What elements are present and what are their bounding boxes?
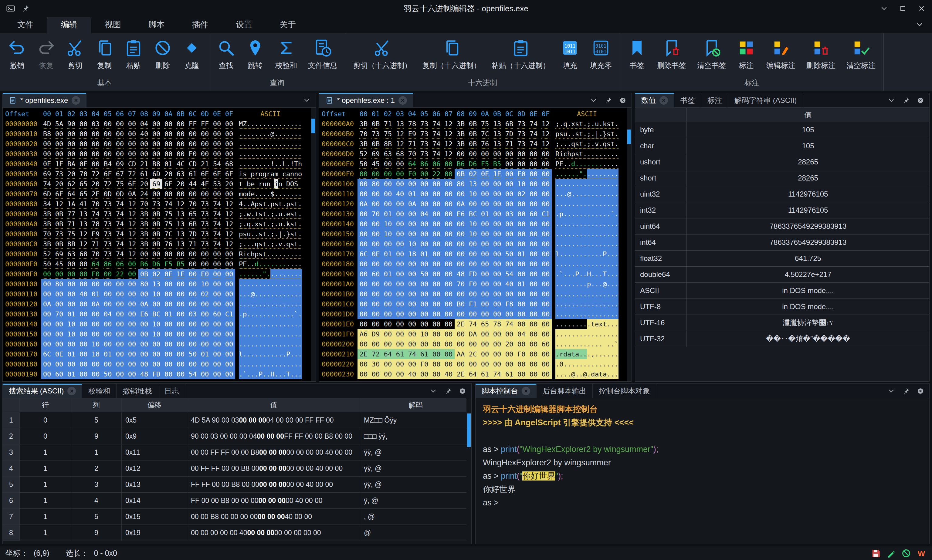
hex-byte-cell[interactable]: 00	[503, 289, 515, 299]
ascii-char-cell[interactable]: .	[559, 329, 563, 339]
ascii-char-cell[interactable]: .	[278, 139, 282, 149]
hex-byte-cell[interactable]: 60	[53, 369, 65, 379]
hex-byte-cell[interactable]: 00	[479, 219, 491, 229]
ascii-char-cell[interactable]: .	[559, 179, 563, 189]
hex-byte-cell[interactable]: 00	[539, 329, 552, 339]
hex-byte-cell[interactable]: 00	[77, 129, 89, 139]
hex-byte-cell[interactable]: 00	[539, 199, 552, 209]
ascii-char-cell[interactable]: .	[239, 329, 243, 339]
hex-byte-cell[interactable]: 00	[467, 249, 479, 259]
hex-byte-cell[interactable]: 00	[382, 199, 394, 209]
scrollbar-thumb[interactable]	[467, 414, 471, 447]
scrollbar-thumb[interactable]	[311, 118, 315, 133]
hex-byte-cell[interactable]: 00	[467, 259, 479, 269]
hex-byte-cell[interactable]: 74	[211, 219, 223, 229]
ascii-char-cell[interactable]: .	[571, 289, 575, 299]
hex-byte-cell[interactable]: 3B	[138, 219, 150, 229]
search-result-row[interactable]: 2090x990 00 03 00 00 00 04 00 00 00 FF F…	[3, 428, 471, 445]
ascii-char-cell[interactable]: .	[591, 179, 595, 189]
scrollbar[interactable]	[467, 398, 471, 544]
hex-byte-cell[interactable]: 00	[515, 259, 527, 269]
ascii-char-cell[interactable]: a	[575, 349, 579, 359]
ascii-char-cell[interactable]: .	[563, 309, 567, 319]
hex-byte-cell[interactable]: 00	[41, 319, 53, 329]
hex-byte-cell[interactable]: 00	[77, 139, 89, 149]
hex-byte-cell[interactable]: 00	[102, 299, 114, 309]
hex-byte-cell[interactable]: 02	[515, 189, 527, 199]
ascii-char-cell[interactable]: .	[615, 369, 618, 379]
ascii-char-cell[interactable]: .	[575, 259, 579, 269]
ascii-char-cell[interactable]: P	[239, 259, 243, 269]
ascii-char-cell[interactable]: .	[591, 289, 595, 299]
hex-byte-cell[interactable]: 54	[503, 269, 515, 279]
ascii-char-cell[interactable]: v	[278, 239, 282, 249]
hex-byte-cell[interactable]: 00	[454, 189, 467, 199]
hex-byte-cell[interactable]: 00	[77, 299, 89, 309]
ascii-char-cell[interactable]: .	[294, 369, 298, 379]
ascii-char-cell[interactable]: .	[247, 119, 251, 129]
hex-byte-cell[interactable]: 0B	[138, 269, 150, 279]
ascii-char-cell[interactable]: .	[591, 279, 595, 289]
hex-byte-cell[interactable]: 00	[491, 279, 503, 289]
ascii-char-cell[interactable]: ;	[270, 209, 274, 219]
hex-byte-cell[interactable]: 00	[527, 229, 539, 239]
ascii-char-cell[interactable]: .	[599, 299, 603, 309]
hex-byte-cell[interactable]: 00	[527, 309, 539, 319]
ascii-char-cell[interactable]: .	[259, 329, 262, 339]
hex-byte-cell[interactable]: 00	[442, 209, 454, 219]
ascii-char-cell[interactable]: .	[278, 249, 282, 259]
ascii-char-cell[interactable]: .	[251, 359, 255, 369]
hex-byte-cell[interactable]: 00	[394, 359, 406, 369]
hex-byte-cell[interactable]: 03	[503, 209, 515, 219]
ascii-char-cell[interactable]: .	[567, 299, 571, 309]
ascii-char-cell[interactable]: .	[587, 299, 591, 309]
tab-close-icon[interactable]: ×	[522, 387, 530, 395]
ascii-char-cell[interactable]: q	[255, 239, 259, 249]
ascii-char-cell[interactable]: .	[555, 239, 559, 249]
ascii-char-cell[interactable]: .	[274, 339, 278, 349]
hex-byte-cell[interactable]: 00	[527, 259, 539, 269]
hex-byte-cell[interactable]: 74	[527, 129, 539, 139]
ascii-char-cell[interactable]: .	[282, 289, 286, 299]
ascii-char-cell[interactable]: .	[274, 129, 278, 139]
hex-byte-cell[interactable]: 00	[186, 319, 199, 329]
hex-byte-cell[interactable]: 00	[430, 359, 442, 369]
hex-byte-cell[interactable]: 01	[65, 369, 77, 379]
hex-byte-cell[interactable]: 00	[102, 119, 114, 129]
hex-byte-cell[interactable]: 00	[65, 289, 77, 299]
hex-byte-cell[interactable]: 00	[162, 149, 174, 159]
hex-byte-cell[interactable]: 70	[406, 149, 418, 159]
ascii-char-cell[interactable]: .	[571, 279, 575, 289]
ascii-char-cell[interactable]: .	[270, 269, 274, 279]
ascii-char-cell[interactable]: .	[247, 139, 251, 149]
hex-byte-cell[interactable]: 01	[162, 309, 174, 319]
ascii-char-cell[interactable]: t	[278, 199, 282, 209]
hex-byte-cell[interactable]: 00	[150, 119, 162, 129]
ascii-char-cell[interactable]: D	[286, 179, 290, 189]
menu-tab-1[interactable]: 文件	[4, 16, 47, 33]
hex-byte-cell[interactable]: 10	[382, 219, 394, 229]
ascii-char-cell[interactable]: e	[286, 209, 290, 219]
ascii-char-cell[interactable]: .	[559, 319, 563, 329]
ascii-char-cell[interactable]: .	[290, 129, 294, 139]
hex-byte-cell[interactable]: 00	[186, 269, 199, 279]
ascii-char-cell[interactable]: .	[282, 239, 286, 249]
ascii-char-cell[interactable]: .	[567, 269, 571, 279]
ascii-char-cell[interactable]: ;	[587, 129, 591, 139]
ascii-char-cell[interactable]: .	[298, 309, 302, 319]
hex-byte-cell[interactable]: 00	[174, 369, 186, 379]
ascii-char-cell[interactable]: .	[267, 239, 270, 249]
ascii-char-cell[interactable]: s	[259, 219, 262, 229]
ascii-char-cell[interactable]: .	[615, 249, 618, 259]
hex-byte-cell[interactable]: 00	[138, 359, 150, 369]
ascii-char-cell[interactable]: t	[262, 229, 267, 239]
ascii-char-cell[interactable]: t	[611, 119, 615, 129]
ascii-char-cell[interactable]: @	[567, 189, 571, 199]
hex-byte-cell[interactable]: 00	[77, 339, 89, 349]
hex-byte-cell[interactable]: 69	[41, 169, 53, 179]
ascii-char-cell[interactable]: .	[583, 249, 587, 259]
hex-byte-cell[interactable]: 00	[138, 319, 150, 329]
ascii-char-cell[interactable]: .	[239, 359, 243, 369]
hex-byte-cell[interactable]: 0B	[53, 239, 65, 249]
hex-byte-cell[interactable]: 01	[382, 269, 394, 279]
